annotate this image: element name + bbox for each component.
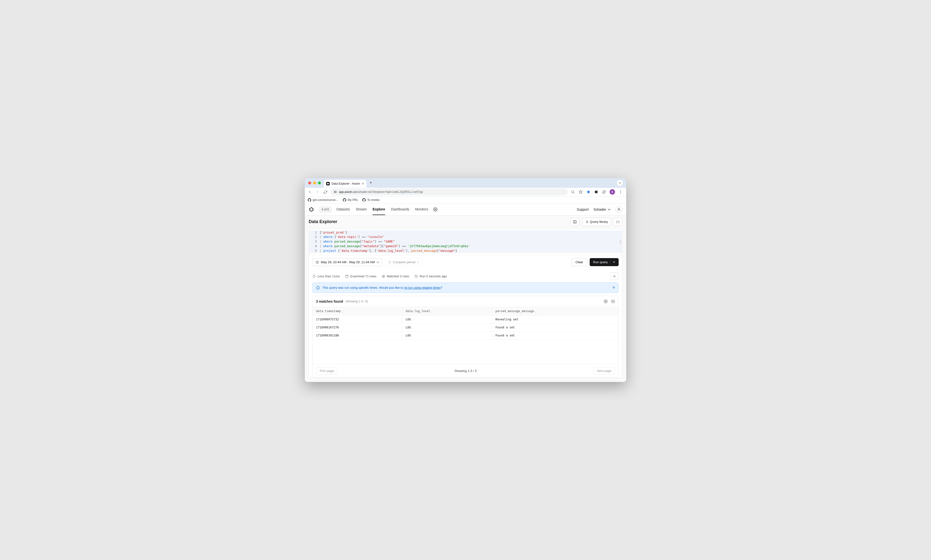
svg-point-21 <box>346 275 348 276</box>
user-avatar-icon[interactable] <box>616 206 622 213</box>
browser-tab[interactable]: Data Explorer - Axiom × <box>324 180 366 188</box>
settings-gear-icon[interactable] <box>433 207 437 212</box>
svg-point-6 <box>620 191 621 191</box>
nav-datasets[interactable]: Datasets <box>337 204 350 215</box>
history-icon <box>415 275 418 278</box>
nav-explore[interactable]: Explore <box>372 204 385 215</box>
table-cell: Found a set <box>492 323 618 332</box>
svg-point-2 <box>572 191 574 193</box>
query-editor[interactable]: 1['proset_prod']2| where ['data.topic'] … <box>309 228 622 255</box>
tab-title: Data Explorer - Axiom <box>332 182 360 185</box>
page-toolbar: Data Explorer Query library <box>305 215 626 228</box>
extension-icon[interactable] <box>594 190 598 194</box>
browser-menu-icon[interactable] <box>618 190 623 194</box>
svg-rect-0 <box>334 191 336 192</box>
time-range-picker[interactable]: May 29, 10:44 AM - May 29, 11:44 AM <box>312 258 382 266</box>
table-row[interactable]: 1716996075732LOGRevealing set <box>313 315 618 323</box>
code-line[interactable]: 4| where parsed_message["metadata"]["gam… <box>309 244 622 249</box>
info-banner: This query was run using specific times.… <box>312 282 619 293</box>
browser-tabbar: Data Explorer - Axiom × + <box>305 178 626 188</box>
bookmark-item[interactable]: My PRs <box>343 198 358 202</box>
query-library-button[interactable]: Query library <box>582 218 611 226</box>
svg-point-7 <box>620 192 621 192</box>
table-cell: 1716996075732 <box>313 315 402 323</box>
panel-toggle-button[interactable] <box>570 218 579 226</box>
table-row[interactable]: 1716996167276LOGFound a set <box>313 323 618 332</box>
code-content: | where parsed_message["metadata"]["game… <box>320 244 470 249</box>
line-number: 4 <box>312 244 317 249</box>
profile-avatar[interactable]: S <box>610 189 615 195</box>
next-page-button[interactable]: Next page <box>593 367 615 375</box>
window-controls <box>307 182 324 185</box>
bookmark-item[interactable]: To review <box>362 198 380 202</box>
bookmark-star-icon[interactable] <box>579 190 583 194</box>
code-line[interactable]: 3| where parsed_message["topic"] == "GAM… <box>309 239 622 244</box>
forward-button[interactable] <box>315 189 320 194</box>
zoom-icon[interactable] <box>571 190 575 194</box>
user-menu[interactable]: Sshader <box>594 208 611 211</box>
col-log-level[interactable]: data.log_level⌄ <box>402 307 492 315</box>
code-content: | where parsed_message["topic"] == "GAME… <box>320 239 395 244</box>
clock-icon <box>315 260 319 264</box>
support-link[interactable]: Support <box>577 208 589 211</box>
reload-button[interactable] <box>323 189 328 194</box>
content-area: 1['proset_prod']2| where ['data.topic'] … <box>305 228 626 382</box>
compare-period-button[interactable]: Compare period <box>384 258 422 266</box>
code-line[interactable]: 2| where ['data.topic'] == "console" <box>309 235 622 239</box>
table-cell: 1716996391188 <box>313 332 402 340</box>
new-tab-button[interactable]: + <box>367 180 374 186</box>
clear-button[interactable]: Clear <box>571 258 587 266</box>
code-brackets-button[interactable] <box>613 218 622 226</box>
svg-rect-1 <box>334 192 336 193</box>
browser-window: Data Explorer - Axiom × + app.axiom.co/s… <box>305 178 626 382</box>
table-cell: LOG <box>402 323 492 332</box>
minimize-window-button[interactable] <box>313 182 316 185</box>
svg-point-8 <box>620 193 621 194</box>
extensions-puzzle-icon[interactable] <box>602 190 606 194</box>
nav-stream[interactable]: Stream <box>356 204 367 215</box>
settings-gear-icon[interactable] <box>604 300 608 303</box>
url-text: app.axiom.co/sshader-kk7l/explorer?qid=2… <box>339 190 423 194</box>
table-cell: LOG <box>402 315 492 323</box>
maximize-window-button[interactable] <box>318 182 321 185</box>
svg-point-30 <box>605 301 606 302</box>
info-icon <box>316 286 320 290</box>
banner-text: This query was run using specific times.… <box>322 286 442 289</box>
code-line[interactable]: 1['proset_prod'] <box>309 230 622 235</box>
github-icon <box>343 198 346 202</box>
layout-icon[interactable] <box>611 300 615 303</box>
code-line[interactable]: 5| project ['data.timestamp'], ['data.lo… <box>309 249 622 253</box>
site-settings-icon <box>333 190 337 194</box>
svg-point-10 <box>618 208 619 209</box>
stopwatch-icon <box>312 275 316 278</box>
close-tab-button[interactable]: × <box>362 182 364 186</box>
workspace-selector[interactable]: 4 of 6 <box>319 206 332 212</box>
code-content: ['proset_prod'] <box>320 230 347 235</box>
close-window-button[interactable] <box>308 182 311 185</box>
col-message[interactable]: parsed_message_message⌄ <box>492 307 618 315</box>
back-button[interactable] <box>307 189 312 194</box>
bookmark-item[interactable]: get-convex/conve… <box>308 198 338 202</box>
run-query-button[interactable]: Run query <box>590 258 619 266</box>
col-timestamp[interactable]: data.timestamp⌄ <box>313 307 402 315</box>
chart-toggle-button[interactable] <box>610 272 619 280</box>
nav-dashboards[interactable]: Dashboards <box>391 204 409 215</box>
stat-matched: Matched 3 rows <box>382 274 409 278</box>
axiom-logo-icon[interactable] <box>309 207 314 212</box>
svg-rect-5 <box>595 191 598 194</box>
main-nav: Datasets Stream Explore Dashboards Monit… <box>337 204 428 215</box>
results-table: data.timestamp⌄ data.log_level⌄ parsed_m… <box>313 307 618 340</box>
table-row[interactable]: 1716996391188LOGFound a set <box>313 332 618 340</box>
action-bar: May 29, 10:44 AM - May 29, 11:44 AM Comp… <box>309 255 622 269</box>
nav-monitors[interactable]: Monitors <box>415 204 428 215</box>
rerun-relative-link[interactable]: re-run using relative times <box>404 286 441 289</box>
tabs-menu-button[interactable] <box>617 180 623 186</box>
banner-close-button[interactable]: × <box>612 285 615 290</box>
tab-favicon <box>326 182 330 185</box>
code-content: | project ['data.timestamp'], ['data.log… <box>320 249 457 253</box>
table-header-row: data.timestamp⌄ data.log_level⌄ parsed_m… <box>313 307 618 315</box>
address-bar[interactable]: app.axiom.co/sshader-kk7l/explorer?qid=2… <box>330 189 568 195</box>
extension-icon[interactable] <box>586 190 591 194</box>
url-actions: S <box>571 189 624 195</box>
prev-page-button[interactable]: Prev page <box>316 367 338 375</box>
